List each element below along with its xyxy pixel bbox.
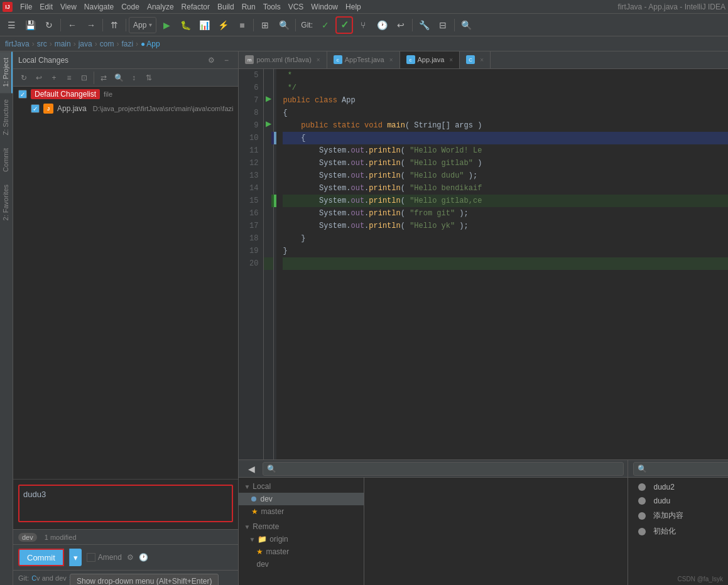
move-btn[interactable]: ⇄ <box>97 71 111 85</box>
add-changes-btn[interactable]: + <box>47 71 61 85</box>
debug-btn[interactable]: 🐛 <box>177 16 194 34</box>
commit-button[interactable]: Commit <box>18 549 64 566</box>
commit-gear-btn[interactable]: ⚙ <box>127 553 134 562</box>
run-config-group: App ▾ <box>129 17 156 33</box>
branch-item-dev[interactable]: dev <box>239 493 364 505</box>
coverage-btn[interactable]: 📊 <box>195 16 213 34</box>
commit-row-3[interactable]: 初始化 <box>628 523 728 539</box>
branch-item-master[interactable]: ★ master <box>239 505 364 518</box>
refresh-changes-btn[interactable]: ↻ <box>17 71 31 85</box>
run-btn[interactable]: ▶ <box>158 16 175 34</box>
tab-pom-xml[interactable]: m pom.xml (firtJava) × <box>239 51 327 68</box>
tab-app-java[interactable]: c App.java × <box>400 51 460 68</box>
panel-header: Local Changes ⚙ − <box>13 51 238 69</box>
navigate-btn[interactable]: ⇈ <box>106 16 123 34</box>
breadcrumb-src[interactable]: src <box>37 40 47 48</box>
menu-navigate[interactable]: Navigate <box>80 0 117 14</box>
profile-btn[interactable]: ⚡ <box>214 16 232 34</box>
code-line-13: System.out.println( "Hello dudu" ); <box>283 169 728 182</box>
breadcrumb-app[interactable]: ●App <box>141 40 160 48</box>
menu-code[interactable]: Code <box>117 0 143 14</box>
file-checkbox[interactable]: ✓ <box>31 104 40 113</box>
run-gutter-7[interactable]: ▶ <box>264 94 273 107</box>
panel-close-btn[interactable]: − <box>219 53 233 67</box>
side-tab-favorites[interactable]: 2: Favorites <box>0 178 13 227</box>
stop-btn[interactable]: ■ <box>233 16 251 34</box>
undo-changes-btn[interactable]: ↩ <box>32 71 46 85</box>
layout-btn[interactable]: ⊟ <box>434 16 452 34</box>
git-left-btn[interactable]: ◀ <box>242 460 260 478</box>
tab-apptest[interactable]: c AppTest.java × <box>327 51 400 68</box>
menu-view[interactable]: View <box>57 0 80 14</box>
menu-bar: IJ File Edit View Navigate Code Analyze … <box>0 0 728 14</box>
side-tab-structure[interactable]: Z: Structure <box>0 93 13 141</box>
amend-label: Amend <box>98 553 122 562</box>
git-search-input[interactable] <box>279 464 619 473</box>
changelist-checkbox[interactable]: ✓ <box>18 90 27 99</box>
tab-c[interactable]: C × <box>460 51 491 68</box>
search-btn[interactable]: 🔍 <box>457 16 475 34</box>
commit-row-2[interactable]: 添加内容 <box>628 508 728 523</box>
commit-row-0[interactable]: dudu2 <box>628 480 728 494</box>
tab-close-pom[interactable]: × <box>317 56 320 63</box>
side-tab-project[interactable]: 1: Project <box>0 51 13 93</box>
tab-close-c[interactable]: × <box>480 56 484 63</box>
forward-btn[interactable]: → <box>82 16 100 34</box>
tab-close-apptest[interactable]: × <box>389 56 393 63</box>
git-check-btn-highlighted[interactable]: ✓ <box>335 16 353 34</box>
breadcrumb-java[interactable]: java <box>79 40 92 48</box>
settings-btn[interactable]: 🔧 <box>415 16 433 34</box>
breadcrumb-fazi[interactable]: fazi <box>121 40 133 48</box>
branch-master-label: master <box>261 507 284 516</box>
commit-message-input[interactable]: dudu3 <box>18 485 233 522</box>
menu-build[interactable]: Build <box>214 0 238 14</box>
branch-group-origin: ▼ 📁 origin ★ master dev <box>244 533 364 571</box>
file-item-app[interactable]: ✓ J App.java D:\java_project\firtJava\sr… <box>13 102 238 115</box>
menu-help[interactable]: Help <box>342 0 365 14</box>
menu-analyze[interactable]: Analyze <box>143 0 178 14</box>
breadcrumb-firtjava[interactable]: firtJava <box>5 40 30 48</box>
git-filter-input[interactable] <box>649 464 728 473</box>
side-tab-commit[interactable]: Commit <box>0 142 13 178</box>
run-gutter-9[interactable]: ▶ <box>264 119 273 132</box>
sort2-btn[interactable]: ⇅ <box>142 71 156 85</box>
branch-group-origin-header[interactable]: ▼ 📁 origin <box>244 533 364 545</box>
save-btn[interactable]: 💾 <box>21 16 39 34</box>
branch-group-local-header[interactable]: ▼ Local <box>239 480 364 493</box>
run-config-dropdown[interactable]: ▾ <box>149 21 152 28</box>
menu-tools[interactable]: Tools <box>259 0 285 14</box>
menu-window[interactable]: Window <box>307 0 342 14</box>
menu-file[interactable]: File <box>16 0 36 14</box>
new-file-btn[interactable]: ☰ <box>3 16 20 34</box>
branch-group-remote-header[interactable]: ▼ Remote <box>239 520 364 533</box>
menu-refactor[interactable]: Refactor <box>178 0 214 14</box>
menu-edit[interactable]: Edit <box>36 0 57 14</box>
branch-item-origin-master[interactable]: ★ master <box>244 545 364 558</box>
amend-checkbox[interactable] <box>87 553 95 562</box>
refresh-btn[interactable]: ↻ <box>40 16 58 34</box>
commit-dropdown-btn[interactable]: ▾ <box>69 549 82 566</box>
vcs2-btn[interactable]: 🔍 <box>275 16 293 34</box>
tab-close-app[interactable]: × <box>449 56 453 63</box>
sort1-btn[interactable]: ↕ <box>127 71 141 85</box>
git-clock-btn[interactable]: 🕐 <box>373 16 391 34</box>
git-bar-link[interactable]: C <box>31 574 36 582</box>
branch-item-origin-dev[interactable]: dev <box>244 558 364 571</box>
shelf-btn[interactable]: ⊡ <box>77 71 91 85</box>
menu-vcs[interactable]: VCS <box>285 0 308 14</box>
git-undo-btn[interactable]: ↩ <box>392 16 410 34</box>
vcs1-btn[interactable]: ⊞ <box>256 16 274 34</box>
commit-row-1[interactable]: dudu <box>628 494 728 508</box>
breadcrumb-com[interactable]: com <box>100 40 114 48</box>
origin-master-star-icon: ★ <box>256 547 263 556</box>
menu-run[interactable]: Run <box>238 0 259 14</box>
group-btn[interactable]: 🔍 <box>112 71 126 85</box>
panel-settings-btn[interactable]: ⚙ <box>204 53 218 67</box>
diff-btn[interactable]: ≡ <box>62 71 76 85</box>
back-btn[interactable]: ← <box>63 16 81 34</box>
line-num-14: 14 <box>244 182 258 195</box>
commit-clock-btn[interactable]: 🕐 <box>139 553 148 562</box>
breadcrumb-main[interactable]: main <box>55 40 71 48</box>
git-check-btn2[interactable]: ✓ <box>317 16 334 34</box>
git-branch-btn[interactable]: ⑂ <box>354 16 372 34</box>
